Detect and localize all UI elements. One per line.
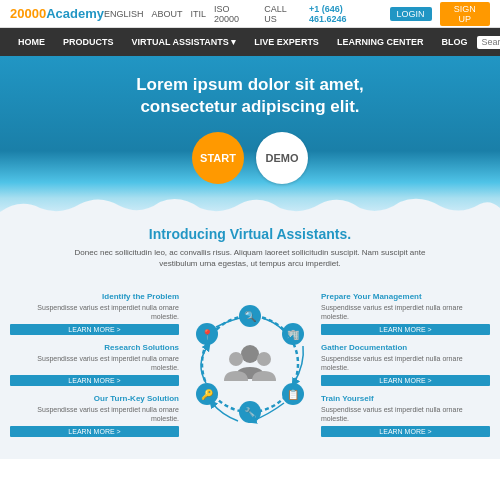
nav-bar: HOME PRODUCTS VIRTUAL ASSISTANTS ▾ LIVE … [0,28,500,56]
feature-identify-text: Suspendisse varius est imperdiet nulla o… [10,303,179,321]
login-button[interactable]: LOGIN [390,7,432,21]
hero-wave [0,194,500,216]
feature-train-text: Suspendisse varius est imperdiet nulla o… [321,405,490,423]
diagram-section: Identify the Problem Suspendisse varius … [0,288,500,460]
right-features: Prepare Your Management Suspendisse vari… [321,292,490,438]
svg-text:📍: 📍 [201,328,214,341]
nav-virtual-assistants[interactable]: VIRTUAL ASSISTANTS ▾ [124,28,245,56]
hero-title: Lorem ipsum dolor sit amet, consectetur … [20,74,480,118]
nav-blog[interactable]: BLOG [433,28,475,56]
feature-documentation-text: Suspendisse varius est imperdiet nulla o… [321,354,490,372]
signup-button[interactable]: SIGN UP [440,2,490,26]
feature-turnkey: Our Turn-Key Solution Suspendisse varius… [10,394,179,437]
logo-area: 20000Academy [10,6,104,21]
svg-text:🔑: 🔑 [201,388,214,401]
search-box: 🔍 [477,36,500,49]
svg-text:📋: 📋 [287,388,300,401]
svg-text:🔧: 🔧 [244,406,257,419]
feature-management: Prepare Your Management Suspendisse vari… [321,292,490,335]
demo-button[interactable]: DEMO [256,132,308,184]
diagram-grid: Identify the Problem Suspendisse varius … [10,292,490,450]
feature-management-text: Suspendisse varius est imperdiet nulla o… [321,303,490,321]
diagram-svg: 🔍 🏢 📋 🔧 🔑 📍 [190,299,310,429]
svg-text:🔍: 🔍 [244,310,257,323]
hero-section: Lorem ipsum dolor sit amet, consectetur … [0,56,500,214]
feature-train: Train Yourself Suspendisse varius est im… [321,394,490,437]
feature-turnkey-btn[interactable]: LEARN MORE > [10,426,179,437]
svg-text:🏢: 🏢 [287,328,300,341]
nav-products[interactable]: PRODUCTS [55,28,122,56]
phone-number: +1 (646) 461.6246 [309,4,382,24]
svg-point-1 [241,345,259,363]
nav-home[interactable]: HOME [10,28,53,56]
top-bar: 20000Academy ENGLISH ABOUT ITIL ISO 2000… [0,0,500,28]
feature-research: Research Solutions Suspendisse varius es… [10,343,179,386]
itil-link[interactable]: ITIL [191,9,207,19]
intro-description: Donec nec sollicitudin leo, ac convallis… [60,247,440,269]
feature-train-title: Train Yourself [321,394,490,403]
feature-research-text: Suspendisse varius est imperdiet nulla o… [10,354,179,372]
feature-turnkey-title: Our Turn-Key Solution [10,394,179,403]
feature-research-title: Research Solutions [10,343,179,352]
hero-buttons: START DEMO [20,132,480,184]
feature-research-btn[interactable]: LEARN MORE > [10,375,179,386]
nav-live-experts[interactable]: LIVE EXPERTS [246,28,327,56]
about-link[interactable]: ABOUT [151,9,182,19]
start-button[interactable]: START [192,132,244,184]
feature-documentation-title: Gather Documentation [321,343,490,352]
svg-point-3 [257,352,271,366]
call-label: CALL US [264,4,301,24]
left-features: Identify the Problem Suspendisse varius … [10,292,179,438]
top-links: ENGLISH ABOUT ITIL ISO 20000 CALL US +1 … [104,2,490,26]
intro-section: Introducing Virtual Assistants. Donec ne… [0,214,500,287]
svg-point-2 [229,352,243,366]
feature-identify-btn[interactable]: LEARN MORE > [10,324,179,335]
feature-turnkey-text: Suspendisse varius est imperdiet nulla o… [10,405,179,423]
iso-link[interactable]: ISO 20000 [214,4,256,24]
english-link[interactable]: ENGLISH [104,9,144,19]
feature-identify-title: Identify the Problem [10,292,179,301]
search-input[interactable] [481,37,500,47]
feature-identify: Identify the Problem Suspendisse varius … [10,292,179,335]
feature-documentation: Gather Documentation Suspendisse varius … [321,343,490,386]
logo: 20000Academy [10,6,104,21]
feature-documentation-btn[interactable]: LEARN MORE > [321,375,490,386]
intro-heading: Introducing Virtual Assistants. [20,226,480,242]
feature-management-title: Prepare Your Management [321,292,490,301]
feature-management-btn[interactable]: LEARN MORE > [321,324,490,335]
nav-learning-center[interactable]: LEARNING CENTER [329,28,432,56]
center-diagram: 🔍 🏢 📋 🔧 🔑 📍 [185,299,315,429]
feature-train-btn[interactable]: LEARN MORE > [321,426,490,437]
